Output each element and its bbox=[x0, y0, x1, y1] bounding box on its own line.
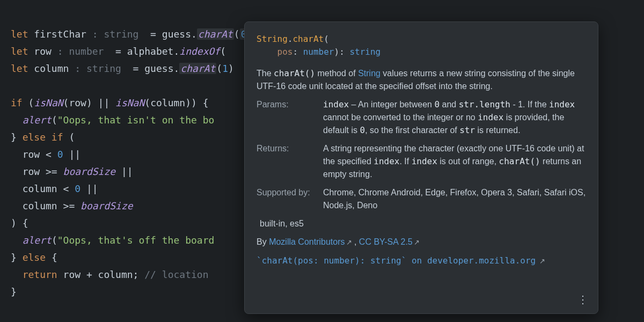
code-line-7: } else if ( bbox=[11, 131, 75, 143]
mdn-link[interactable]: `charAt(pos: number): string` on develop… bbox=[257, 255, 536, 266]
description: The charAt() method of String values ret… bbox=[257, 67, 586, 93]
params-row: Params: index – An integer between 0 and… bbox=[257, 98, 586, 137]
code-line-8: row < 0 || bbox=[11, 149, 80, 160]
code-line-5: if (isNaN(row) || isNaN(column)) { bbox=[11, 97, 209, 108]
more-actions-icon[interactable]: ⋮ bbox=[577, 293, 588, 306]
supported-value: Chrome, Chrome Android, Edge, Firefox, O… bbox=[323, 186, 586, 212]
external-icon: ↗ bbox=[539, 257, 545, 265]
external-icon: ↗ bbox=[414, 238, 420, 246]
contributors-link[interactable]: Mozilla Contributors bbox=[269, 237, 345, 246]
tags: built-in, es5 bbox=[257, 217, 586, 230]
code-line-13: alert("Oops, that's off the board bbox=[11, 235, 214, 246]
params-value: index – An integer between 0 and str.len… bbox=[323, 98, 586, 137]
external-icon: ↗ bbox=[346, 238, 352, 246]
attribution: By Mozilla Contributors↗ , CC BY-SA 2.5↗ bbox=[257, 236, 586, 249]
returns-label: Returns: bbox=[257, 142, 316, 181]
license-link[interactable]: CC BY-SA 2.5 bbox=[359, 237, 413, 246]
code-line-9: row >= boardSize || bbox=[11, 166, 133, 177]
code-line-3: let column : string = guess.charAt(1) bbox=[11, 63, 234, 74]
code-line-2: let row : number = alphabet.indexOf( bbox=[11, 46, 226, 57]
code-line-14: } else { bbox=[11, 252, 57, 263]
supported-row: Supported by: Chrome, Chrome Android, Ed… bbox=[257, 186, 586, 212]
hover-docs-popup[interactable]: String.charAt( pos: number): string The … bbox=[244, 21, 598, 314]
code-line-11: column >= boardSize bbox=[11, 200, 133, 211]
params-label: Params: bbox=[257, 98, 316, 137]
type-link-string[interactable]: String bbox=[358, 69, 380, 78]
code-line-10: column < 0 || bbox=[11, 183, 98, 194]
supported-label: Supported by: bbox=[257, 186, 316, 212]
code-line-15: return row + column; // location bbox=[11, 269, 209, 280]
code-line-6: alert("Oops, that isn't on the bo bbox=[11, 114, 214, 126]
code-line-16: } bbox=[11, 286, 17, 297]
mdn-link-row[interactable]: `charAt(pos: number): string` on develop… bbox=[257, 254, 586, 268]
returns-value: A string representing the character (exa… bbox=[323, 142, 586, 181]
signature: String.charAt( pos: number): string bbox=[257, 33, 586, 58]
code-line-12: ) { bbox=[11, 217, 28, 229]
code-line-1: let firstChar : string = guess.charAt(0)… bbox=[11, 28, 259, 40]
returns-row: Returns: A string representing the chara… bbox=[257, 142, 586, 181]
